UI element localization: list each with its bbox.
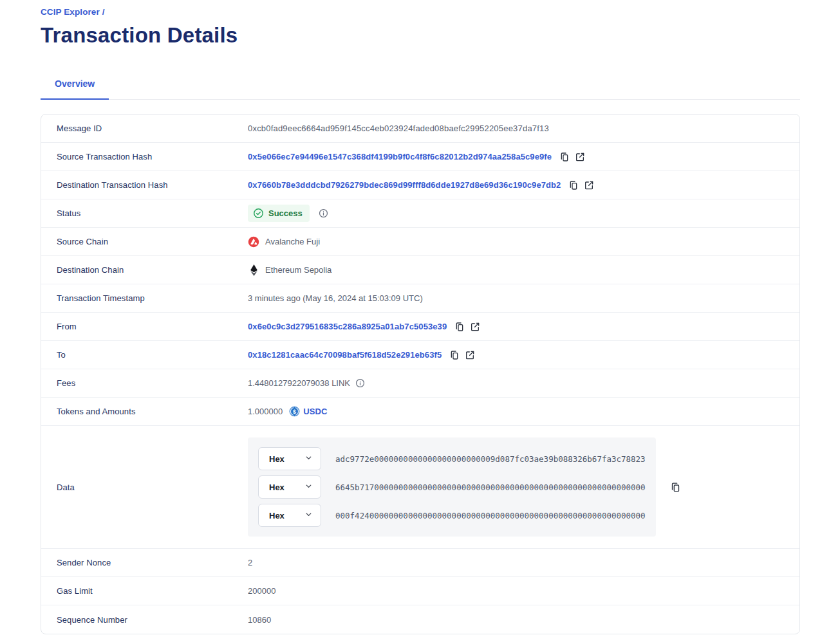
- chevron-down-icon: [304, 482, 313, 492]
- avalanche-icon: [248, 236, 259, 248]
- message-id-label: Message ID: [57, 124, 248, 133]
- info-icon[interactable]: [355, 378, 365, 388]
- row-transaction-timestamp: Transaction Timestamp 3 minutes ago (May…: [41, 284, 799, 313]
- copy-icon[interactable]: [454, 322, 465, 332]
- to-label: To: [57, 350, 248, 360]
- fees-value: 1.4480127922079038 LINK: [248, 378, 350, 388]
- data-line: Hex 6645b7170000000000000000000000000000…: [258, 475, 646, 499]
- message-id-value: 0xcb0fad9eec6664ad959f145cc4eb023924fade…: [248, 124, 549, 133]
- data-label: Data: [57, 483, 248, 492]
- tab-overview[interactable]: Overview: [41, 72, 109, 100]
- destination-tx-hash-link[interactable]: 0x7660b78e3dddcbd7926279bdec869d99fff8d6…: [248, 180, 561, 190]
- row-destination-tx-hash: Destination Transaction Hash 0x7660b78e3…: [41, 171, 799, 199]
- row-status: Status Success: [41, 199, 799, 228]
- data-hex-value: 000f424000000000000000000000000000000000…: [335, 511, 646, 520]
- from-address-link[interactable]: 0x6e0c9c3d279516835c286a8925a01ab7c5053e…: [248, 322, 447, 331]
- row-tokens-and-amounts: Tokens and Amounts 1.000000 $ USDC: [41, 398, 799, 426]
- sender-nonce-value: 2: [248, 558, 252, 567]
- transaction-timestamp-value: 3 minutes ago (May 16, 2024 at 15:03:09 …: [248, 293, 423, 303]
- data-format-select[interactable]: Hex: [258, 475, 321, 499]
- ethereum-icon: [248, 264, 259, 276]
- fees-label: Fees: [57, 378, 248, 388]
- data-format-select-value: Hex: [269, 483, 285, 492]
- check-circle-icon: [253, 208, 264, 219]
- breadcrumb-label: CCIP Explorer: [41, 7, 100, 17]
- breadcrumb: CCIP Explorer /: [41, 6, 800, 17]
- data-format-select[interactable]: Hex: [258, 447, 321, 470]
- sequence-number-label: Sequence Number: [57, 615, 248, 625]
- from-label: From: [57, 322, 248, 331]
- data-hex-value: adc9772e0000000000000000000000009d087fc0…: [335, 454, 646, 464]
- status-badge: Success: [248, 205, 310, 222]
- token-usdc-link[interactable]: $ USDC: [289, 406, 327, 417]
- destination-chain-name: Ethereum Sepolia: [265, 265, 331, 275]
- external-link-icon[interactable]: [584, 180, 594, 190]
- chevron-down-icon: [304, 510, 313, 520]
- gas-limit-label: Gas Limit: [57, 586, 248, 596]
- source-chain-name: Avalanche Fuji: [265, 237, 320, 246]
- transaction-details-card: Message ID 0xcb0fad9eec6664ad959f145cc4e…: [41, 114, 800, 634]
- tokens-and-amounts-label: Tokens and Amounts: [57, 407, 248, 416]
- copy-icon[interactable]: [449, 350, 460, 360]
- copy-icon[interactable]: [568, 180, 579, 190]
- data-format-select-value: Hex: [269, 511, 285, 520]
- sequence-number-value: 10860: [248, 615, 271, 625]
- copy-icon[interactable]: [559, 152, 570, 162]
- data-format-select-value: Hex: [269, 454, 285, 464]
- source-chain-label: Source Chain: [57, 237, 248, 246]
- row-fees: Fees 1.4480127922079038 LINK: [41, 369, 799, 398]
- destination-tx-hash-label: Destination Transaction Hash: [57, 180, 248, 190]
- usdc-icon: $: [289, 406, 300, 417]
- breadcrumb-ccip-explorer-link[interactable]: CCIP Explorer /: [41, 7, 105, 17]
- token-symbol: USDC: [303, 407, 327, 416]
- data-format-select[interactable]: Hex: [258, 504, 321, 527]
- chevron-down-icon: [304, 454, 313, 464]
- source-tx-hash-label: Source Transaction Hash: [57, 152, 248, 161]
- source-tx-hash-link[interactable]: 0x5e066ec7e94496e1547c368df4199b9f0c4f8f…: [248, 152, 552, 161]
- tab-bar: Overview: [41, 72, 800, 100]
- data-hex-value: 6645b71700000000000000000000000000000000…: [335, 483, 646, 492]
- data-hex-box: Hex adc9772e0000000000000000000000009d08…: [248, 437, 656, 537]
- transaction-details-page: CCIP Explorer / Transaction Details Over…: [0, 0, 840, 634]
- to-address-link[interactable]: 0x18c1281caac64c70098baf5f618d52e291eb63…: [248, 350, 442, 360]
- gas-limit-value: 200000: [248, 586, 275, 596]
- row-data: Data Hex adc9772e00000000000000000000000…: [41, 426, 799, 549]
- transaction-timestamp-label: Transaction Timestamp: [57, 293, 248, 303]
- copy-icon[interactable]: [670, 482, 681, 493]
- row-message-id: Message ID 0xcb0fad9eec6664ad959f145cc4e…: [41, 115, 799, 143]
- external-link-icon[interactable]: [470, 322, 480, 332]
- data-line: Hex adc9772e0000000000000000000000009d08…: [258, 447, 646, 470]
- svg-text:$: $: [293, 409, 296, 415]
- external-link-icon[interactable]: [575, 152, 585, 162]
- data-line: Hex 000f42400000000000000000000000000000…: [258, 504, 646, 527]
- status-label: Status: [57, 208, 248, 218]
- status-badge-text: Success: [268, 208, 303, 218]
- row-destination-chain: Destination Chain Ethereum Sepolia: [41, 256, 799, 284]
- row-source-chain: Source Chain Avalanche Fuji: [41, 228, 799, 256]
- row-sequence-number: Sequence Number 10860: [41, 605, 799, 634]
- breadcrumb-separator: /: [102, 7, 105, 17]
- info-icon[interactable]: [319, 208, 328, 218]
- row-gas-limit: Gas Limit 200000: [41, 577, 799, 605]
- sender-nonce-label: Sender Nonce: [57, 558, 248, 567]
- page-title: Transaction Details: [41, 23, 800, 48]
- token-amount: 1.000000: [248, 407, 283, 416]
- row-to: To 0x18c1281caac64c70098baf5f618d52e291e…: [41, 341, 799, 369]
- row-sender-nonce: Sender Nonce 2: [41, 549, 799, 577]
- external-link-icon[interactable]: [465, 350, 475, 360]
- row-from: From 0x6e0c9c3d279516835c286a8925a01ab7c…: [41, 313, 799, 341]
- row-source-tx-hash: Source Transaction Hash 0x5e066ec7e94496…: [41, 143, 799, 171]
- destination-chain-label: Destination Chain: [57, 265, 248, 275]
